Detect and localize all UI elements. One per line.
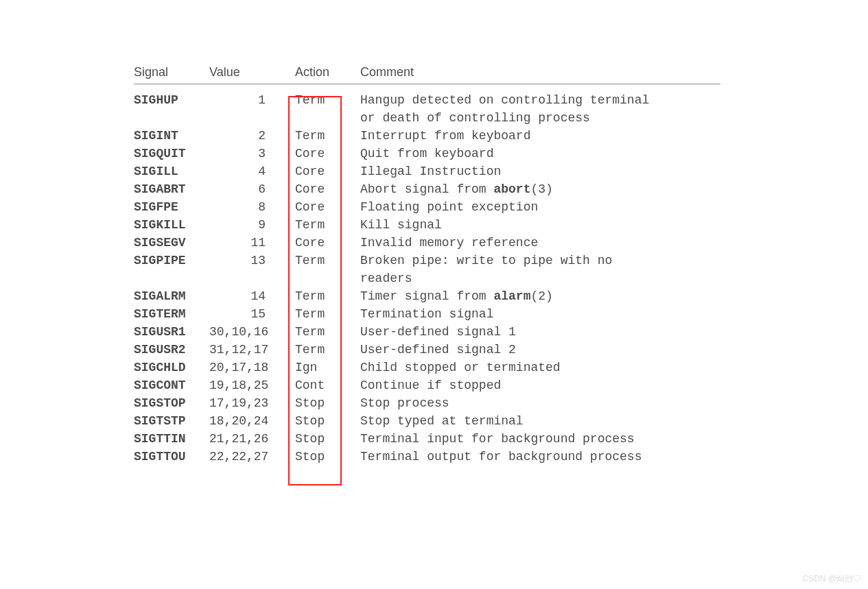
watermark-text: CSDN @灿烈♡ [802, 573, 861, 585]
signal-name: SIGFPE [134, 198, 209, 216]
signal-value: 2 [209, 127, 295, 145]
signal-value: 17,19,23 [209, 394, 295, 412]
signal-action: Term [295, 91, 360, 109]
signal-action: Cont [295, 376, 360, 394]
header-comment: Comment [360, 65, 717, 80]
signal-comment: Child stopped or terminated [360, 359, 717, 376]
signal-comment: User-defined signal 2 [360, 341, 717, 359]
table-row: SIGUSR130,10,16TermUser-defined signal 1 [134, 323, 868, 341]
signal-value: 31,12,17 [209, 341, 295, 359]
signal-action: Ign [295, 359, 360, 376]
signal-comment: Continue if stopped [360, 376, 717, 394]
table-row: SIGINT2TermInterrupt from keyboard [134, 127, 868, 145]
signal-comment-continuation: readers [360, 269, 717, 287]
table-row: SIGFPE8CoreFloating point exception [134, 198, 868, 216]
signal-name: SIGUSR2 [134, 341, 209, 359]
signal-action: Term [295, 252, 360, 269]
signal-comment-continuation: or death of controlling process [360, 109, 717, 127]
signal-action: Stop [295, 430, 360, 448]
signal-name: SIGILL [134, 163, 209, 180]
table-body: SIGHUP1TermHangup detected on controllin… [134, 91, 868, 466]
signal-comment: Quit from keyboard [360, 145, 717, 163]
header-divider [134, 84, 720, 84]
signal-name: SIGTSTP [134, 412, 209, 430]
table-header: Signal Value Action Comment [134, 65, 868, 84]
signal-action: Stop [295, 412, 360, 430]
signal-comment: Terminal output for background process [360, 448, 717, 466]
signal-comment: Timer signal from alarm(2) [360, 287, 717, 305]
signal-name: SIGTTOU [134, 448, 209, 466]
table-row: SIGILL4CoreIllegal Instruction [134, 163, 868, 180]
signal-name: SIGALRM [134, 287, 209, 305]
signal-action: Core [295, 163, 360, 180]
signal-action: Term [295, 323, 360, 341]
signal-action: Term [295, 305, 360, 323]
table-row: SIGABRT6CoreAbort signal from abort(3) [134, 180, 868, 198]
signal-value: 18,20,24 [209, 412, 295, 430]
signal-comment: Terminal input for background process [360, 430, 717, 448]
signal-value: 15 [209, 305, 295, 323]
signal-comment: Invalid memory reference [360, 234, 717, 252]
table-row: SIGTTOU22,22,27StopTerminal output for b… [134, 448, 868, 466]
table-row: SIGQUIT3CoreQuit from keyboard [134, 145, 868, 163]
table-row: SIGPIPE13TermBroken pipe: write to pipe … [134, 252, 868, 269]
signal-value: 6 [209, 180, 295, 198]
signal-name: SIGABRT [134, 180, 209, 198]
signal-value: 3 [209, 145, 295, 163]
signal-comment: Stop process [360, 394, 717, 412]
signal-table: Signal Value Action Comment SIGHUP1TermH… [0, 0, 868, 466]
signal-comment: Termination signal [360, 305, 717, 323]
signal-value: 8 [209, 198, 295, 216]
signal-name: SIGHUP [134, 91, 209, 109]
signal-value: 11 [209, 234, 295, 252]
signal-action: Core [295, 145, 360, 163]
table-row: SIGCONT19,18,25ContContinue if stopped [134, 376, 868, 394]
table-row: SIGKILL9TermKill signal [134, 216, 868, 234]
table-row: SIGSEGV11CoreInvalid memory reference [134, 234, 868, 252]
signal-name: SIGCHLD [134, 359, 209, 376]
signal-name: SIGTTIN [134, 430, 209, 448]
signal-action: Stop [295, 394, 360, 412]
signal-name: SIGPIPE [134, 252, 209, 269]
signal-comment: Hangup detected on controlling terminal [360, 91, 717, 109]
signal-value: 13 [209, 252, 295, 269]
signal-value: 22,22,27 [209, 448, 295, 466]
signal-name: SIGQUIT [134, 145, 209, 163]
signal-action: Core [295, 180, 360, 198]
signal-name: SIGKILL [134, 216, 209, 234]
signal-comment: Abort signal from abort(3) [360, 180, 717, 198]
signal-value: 19,18,25 [209, 376, 295, 394]
signal-comment: Broken pipe: write to pipe with no [360, 252, 717, 269]
signal-action: Term [295, 127, 360, 145]
signal-name: SIGINT [134, 127, 209, 145]
table-row-continuation: or death of controlling process [134, 109, 868, 127]
signal-action: Term [295, 216, 360, 234]
signal-comment: Stop typed at terminal [360, 412, 717, 430]
signal-value: 20,17,18 [209, 359, 295, 376]
signal-name: SIGTERM [134, 305, 209, 323]
signal-comment: Kill signal [360, 216, 717, 234]
signal-value: 4 [209, 163, 295, 180]
header-action: Action [295, 65, 360, 80]
signal-name: SIGCONT [134, 376, 209, 394]
table-row-continuation: readers [134, 269, 868, 287]
signal-name: SIGUSR1 [134, 323, 209, 341]
signal-value: 21,21,26 [209, 430, 295, 448]
table-row: SIGTSTP18,20,24StopStop typed at termina… [134, 412, 868, 430]
table-row: SIGHUP1TermHangup detected on controllin… [134, 91, 868, 109]
signal-action: Stop [295, 448, 360, 466]
signal-value: 30,10,16 [209, 323, 295, 341]
signal-value: 1 [209, 91, 295, 109]
signal-value: 14 [209, 287, 295, 305]
signal-action: Core [295, 234, 360, 252]
signal-action: Term [295, 287, 360, 305]
header-signal: Signal [134, 65, 209, 80]
signal-comment: User-defined signal 1 [360, 323, 717, 341]
table-row: SIGSTOP17,19,23StopStop process [134, 394, 868, 412]
table-row: SIGCHLD20,17,18IgnChild stopped or termi… [134, 359, 868, 376]
table-row: SIGTTIN21,21,26StopTerminal input for ba… [134, 430, 868, 448]
signal-name: SIGSEGV [134, 234, 209, 252]
table-row: SIGALRM14TermTimer signal from alarm(2) [134, 287, 868, 305]
signal-value: 9 [209, 216, 295, 234]
header-value: Value [209, 65, 295, 80]
